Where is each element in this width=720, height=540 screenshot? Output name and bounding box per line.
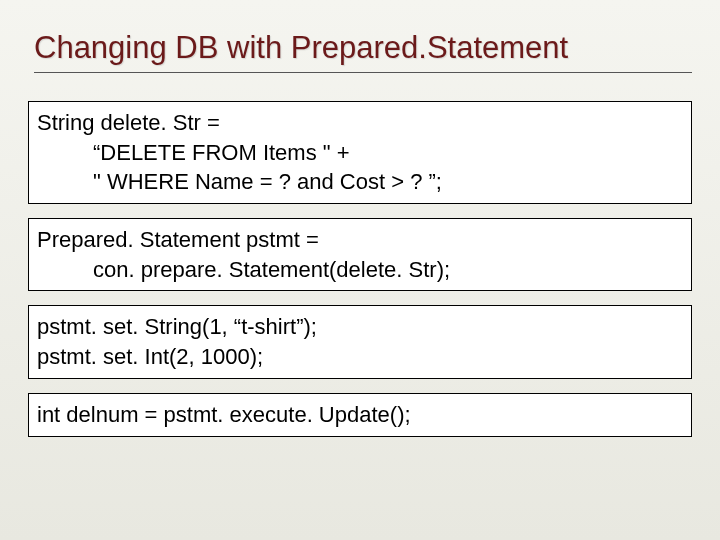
code-line: Prepared. Statement pstmt = — [37, 227, 319, 252]
slide: Changing DB with Prepared.Statement Stri… — [0, 0, 720, 540]
code-line: int delnum = pstmt. execute. Update(); — [37, 402, 411, 427]
code-line: pstmt. set. Int(2, 1000); — [37, 344, 263, 369]
code-line: “DELETE FROM Items " + — [37, 138, 683, 168]
code-box-4: int delnum = pstmt. execute. Update(); — [28, 393, 692, 437]
code-line: " WHERE Name = ? and Cost > ? ”; — [37, 167, 683, 197]
code-box-3: pstmt. set. String(1, “t-shirt”); pstmt.… — [28, 305, 692, 378]
code-box-2: Prepared. Statement pstmt = con. prepare… — [28, 218, 692, 291]
code-line: con. prepare. Statement(delete. Str); — [37, 255, 683, 285]
code-line: pstmt. set. String(1, “t-shirt”); — [37, 314, 317, 339]
slide-title: Changing DB with Prepared.Statement — [34, 30, 692, 73]
code-line: String delete. Str = — [37, 110, 220, 135]
code-box-1: String delete. Str = “DELETE FROM Items … — [28, 101, 692, 204]
